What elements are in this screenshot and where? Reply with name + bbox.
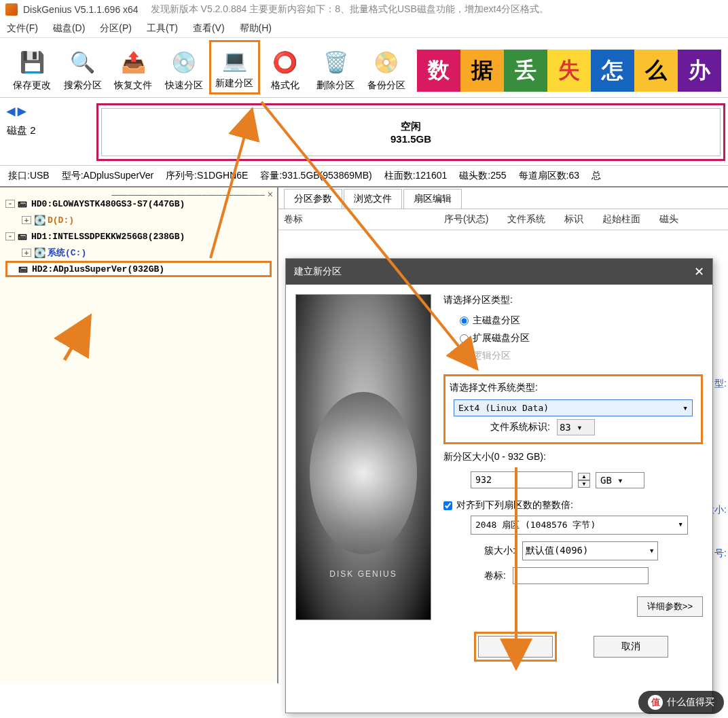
filesystem-highlight-box: 请选择文件系统类型: Ext4 (Linux Data)▾ 文件系统标识: 83…: [443, 374, 703, 444]
dialog-titlebar[interactable]: 建立新分区 ✕: [286, 259, 712, 285]
dialog-close-icon[interactable]: ✕: [694, 264, 704, 279]
menu-disk[interactable]: 磁盘(D): [53, 22, 85, 35]
toolbar-format[interactable]: ⭕格式化: [260, 44, 310, 94]
menu-view[interactable]: 查看(V): [193, 22, 225, 35]
side-label-num: 号:: [714, 548, 727, 560]
fs-type-select[interactable]: Ext4 (Linux Data)▾: [454, 399, 693, 416]
recover-icon: 📤: [118, 47, 148, 77]
tabs: 分区参数 浏览文件 扇区编辑: [278, 187, 728, 209]
radio-logical-input: [460, 352, 469, 361]
tree-hd1[interactable]: -🖴HD1:INTELSSDPEKKW256G8(238GB): [5, 228, 272, 245]
disk-map-bar: ◀ ▶ 磁盘 2 空闲 931.5GB: [0, 98, 728, 166]
menu-tools[interactable]: 工具(T): [147, 22, 178, 35]
new-partition-dialog: 建立新分区 ✕ 请选择分区类型: 主磁盘分区 扩展磁盘分区 逻辑分区 请选择文件…: [285, 258, 713, 713]
disk-nav[interactable]: ◀ ▶: [7, 105, 91, 118]
size-unit-select[interactable]: GB ▾: [596, 472, 644, 488]
cancel-button[interactable]: 取消: [594, 636, 668, 658]
col-heads[interactable]: 磁头: [659, 213, 678, 226]
col-fs[interactable]: 文件系统: [507, 213, 545, 226]
fs-type-label: 请选择文件系统类型:: [450, 382, 697, 394]
watermark-text: 什么值得买: [667, 696, 714, 708]
tab-partition-params[interactable]: 分区参数: [284, 189, 342, 209]
disk-info-line: 接口:USB 型号:ADplusSuperVer 序列号:S1DGHN6E 容量…: [0, 166, 728, 187]
align-checkbox[interactable]: [443, 501, 452, 510]
free-label: 空闲: [401, 120, 421, 133]
toolbar-search[interactable]: 🔍搜索分区: [57, 44, 107, 94]
trash-icon: 🗑️: [321, 47, 350, 77]
col-seq[interactable]: 序号(状态): [444, 213, 488, 226]
partition-map[interactable]: 空闲 931.5GB: [96, 103, 725, 161]
banner-tile: 么: [634, 50, 678, 92]
app-title: DiskGenius V5.1.1.696 x64: [23, 4, 139, 15]
menu-partition[interactable]: 分区(P): [100, 22, 132, 35]
column-headers: 卷标 序号(状态) 文件系统 标识 起始柱面 磁头: [278, 209, 728, 230]
volume-label-label: 卷标:: [484, 570, 506, 582]
toolbar-backup-label: 备份分区: [367, 79, 405, 92]
cluster-size-label: 簇大小:: [484, 545, 515, 557]
toolbar-newpart-label: 新建分区: [215, 77, 253, 90]
tree-hd1-c[interactable]: +💽系统(C:): [5, 245, 272, 261]
toolbar-new-partition[interactable]: 💻新建分区: [209, 40, 260, 94]
disk-tree-pane: ––––––––––––––––––––––––––––– × -🖴HD0:GL…: [0, 187, 278, 683]
radio-primary[interactable]: 主磁盘分区: [443, 312, 703, 329]
align-sectors-select[interactable]: 2048 扇区 (1048576 字节)▾: [471, 516, 688, 535]
banner-tile: 怎: [591, 50, 634, 92]
radio-primary-input[interactable]: [460, 317, 469, 325]
partition-type-label: 请选择分区类型:: [443, 294, 703, 306]
col-volume[interactable]: 卷标: [284, 213, 303, 226]
dialog-disk-image: [295, 294, 431, 620]
partition-size-input[interactable]: [471, 471, 572, 488]
toolbar-recover-label: 恢复文件: [114, 79, 152, 92]
banner-tile: 办: [678, 50, 721, 92]
toolbar-search-label: 搜索分区: [64, 79, 102, 92]
watermark: 值 什么值得买: [638, 691, 724, 714]
fs-id-label: 文件系统标识:: [490, 421, 550, 433]
toolbar-delete-label: 删除分区: [316, 79, 354, 92]
side-label-type: 型:: [714, 378, 727, 390]
ad-banner[interactable]: 数 据 丢 失 怎 么 办: [417, 47, 721, 94]
menu-help[interactable]: 帮助(H): [240, 22, 272, 35]
banner-tile: 失: [547, 50, 591, 92]
format-icon: ⭕: [270, 47, 300, 77]
toolbar-save-label: 保存更改: [13, 79, 51, 92]
cluster-size-select[interactable]: 默认值(4096)▾: [522, 541, 658, 560]
align-checkbox-row[interactable]: 对齐到下列扇区数的整数倍:: [443, 499, 703, 511]
free-space-block[interactable]: 空闲 931.5GB: [101, 108, 721, 156]
tree-hd2[interactable]: 🖴HD2:ADplusSuperVer(932GB): [5, 261, 272, 277]
radio-extended-input[interactable]: [460, 334, 469, 343]
watermark-badge-icon: 值: [648, 695, 663, 710]
col-flag[interactable]: 标识: [564, 213, 583, 226]
toolbar-quick-label: 快速分区: [165, 79, 203, 92]
toolbar-backup[interactable]: 📀备份分区: [361, 44, 412, 94]
menu-file[interactable]: 文件(F): [7, 22, 38, 35]
tab-sector-edit[interactable]: 扇区编辑: [403, 189, 462, 209]
banner-tile: 数: [417, 50, 460, 92]
detail-params-button[interactable]: 详细参数>>: [637, 596, 703, 617]
toolbar: 💾保存更改 🔍搜索分区 📤恢复文件 💿快速分区 💻新建分区 ⭕格式化 🗑️删除分…: [0, 38, 728, 98]
ok-button[interactable]: 确定: [478, 636, 553, 658]
col-startcyl[interactable]: 起始柱面: [602, 213, 640, 226]
toolbar-save[interactable]: 💾保存更改: [7, 44, 57, 94]
fs-id-select[interactable]: 83 ▾: [557, 419, 595, 435]
toolbar-recover[interactable]: 📤恢复文件: [108, 44, 158, 94]
dialog-title-text: 建立新分区: [294, 266, 342, 278]
volume-label-input[interactable]: [513, 567, 649, 584]
app-logo-icon: [5, 3, 18, 16]
pane-close-icon[interactable]: ––––––––––––––––––––––––––––– ×: [111, 189, 273, 200]
backup-icon: 📀: [371, 47, 401, 77]
tab-browse-files[interactable]: 浏览文件: [344, 189, 402, 209]
banner-tile: 据: [460, 50, 504, 92]
update-notice[interactable]: 发现新版本 V5.2.0.884 主要更新内容如下：8、批量格式化USB磁盘功能…: [151, 3, 549, 16]
free-size: 931.5GB: [390, 133, 431, 145]
laptop-icon: 💻: [219, 45, 249, 75]
partition-size-label: 新分区大小(0 - 932 GB):: [443, 451, 703, 463]
tree-hd0-d[interactable]: +💽D(D:): [5, 212, 272, 228]
size-spinner[interactable]: ▲▼: [578, 473, 590, 488]
disk-current-label: 磁盘 2: [7, 124, 91, 137]
search-icon: 🔍: [68, 47, 98, 77]
titlebar: DiskGenius V5.1.1.696 x64 发现新版本 V5.2.0.8…: [0, 0, 728, 19]
radio-logical: 逻辑分区: [443, 347, 703, 365]
toolbar-quick[interactable]: 💿快速分区: [158, 44, 208, 94]
radio-extended[interactable]: 扩展磁盘分区: [443, 329, 703, 347]
toolbar-delete[interactable]: 🗑️删除分区: [310, 44, 361, 94]
